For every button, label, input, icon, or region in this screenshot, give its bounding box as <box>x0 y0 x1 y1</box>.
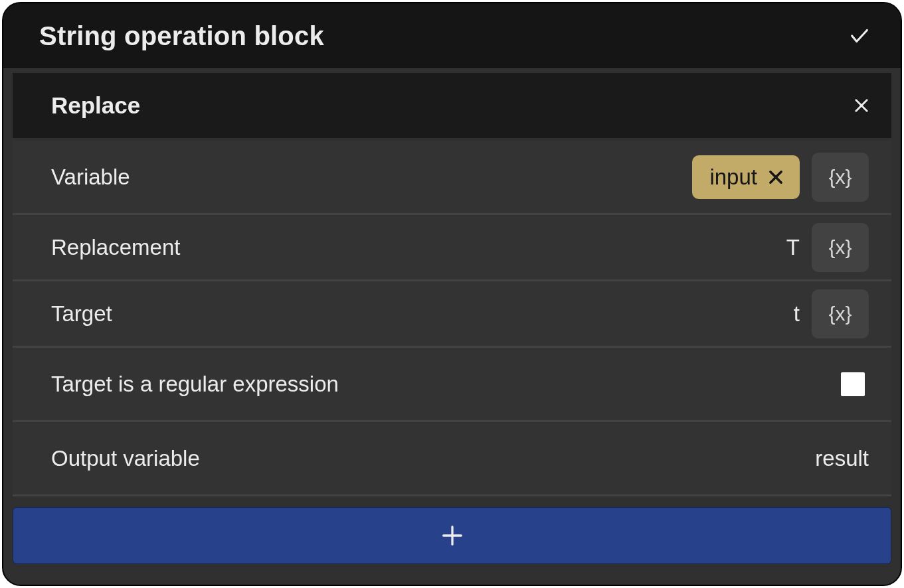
close-icon <box>767 168 785 186</box>
dialog-title: String operation block <box>39 21 324 51</box>
operation-title: Replace <box>51 92 140 119</box>
label-replacement: Replacement <box>51 235 180 260</box>
regex-checkbox[interactable] <box>841 372 865 396</box>
row-regex: Target is a regular expression <box>13 348 891 422</box>
operation-header: Replace <box>13 73 891 138</box>
row-variable-controls: input {x} <box>692 153 869 202</box>
row-variable: Variable input {x} <box>13 141 891 215</box>
add-operation-button[interactable] <box>13 507 891 564</box>
close-icon <box>852 96 871 115</box>
row-output-controls: result <box>815 446 869 471</box>
dialog-content: Replace Variable input {x} Replacement <box>3 68 901 585</box>
title-bar: String operation block <box>3 3 901 68</box>
insert-variable-button[interactable]: {x} <box>812 223 869 272</box>
row-regex-controls <box>841 372 869 396</box>
plus-icon <box>439 522 466 549</box>
output-value[interactable]: result <box>815 446 869 471</box>
row-target: Target t {x} <box>13 281 891 348</box>
label-target: Target <box>51 301 112 327</box>
row-target-controls: t {x} <box>794 289 869 338</box>
target-value[interactable]: t <box>794 301 800 327</box>
row-replacement-controls: T {x} <box>786 223 869 272</box>
insert-variable-button[interactable]: {x} <box>812 289 869 338</box>
remove-operation-button[interactable] <box>850 94 873 117</box>
variable-chip[interactable]: input <box>692 155 800 199</box>
variable-chip-text: input <box>709 165 757 190</box>
insert-variable-button[interactable]: {x} <box>812 153 869 202</box>
label-variable: Variable <box>51 165 130 190</box>
check-icon <box>848 25 871 47</box>
variable-chip-remove[interactable] <box>767 168 785 186</box>
label-output: Output variable <box>51 446 200 471</box>
row-replacement: Replacement T {x} <box>13 215 891 281</box>
confirm-button[interactable] <box>848 24 871 48</box>
dialog-window: String operation block Replace Variable … <box>2 2 902 586</box>
replacement-value[interactable]: T <box>786 235 800 260</box>
row-output: Output variable result <box>13 422 891 496</box>
label-regex: Target is a regular expression <box>51 372 339 397</box>
